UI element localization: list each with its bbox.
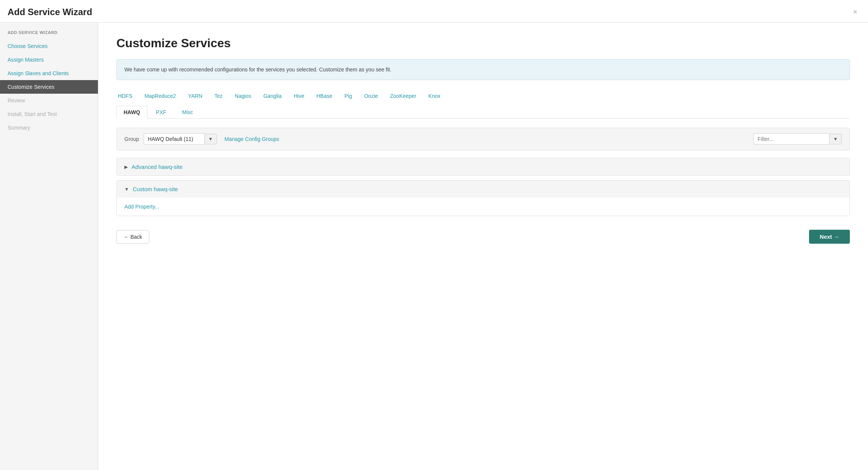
filter-input[interactable] [753,133,829,145]
sub-tab-misc[interactable]: Misc [175,106,200,118]
group-bar: Group HAWQ Default (11) ▼ Manage Config … [116,128,850,150]
add-property-link[interactable]: Add Property... [124,204,159,210]
group-label: Group [124,136,139,142]
sidebar: ADD SERVICE WIZARD Choose Services Assig… [0,23,98,470]
accordion-custom-hawq-site: ▼ Custom hawq-site Add Property... [116,180,850,216]
accordion-expanded-icon: ▼ [124,187,129,192]
tab-hive[interactable]: Hive [292,91,306,101]
tab-hdfs[interactable]: HDFS [116,91,134,101]
accordion-advanced-hawq-site-header[interactable]: ▶ Advanced hawq-site [117,158,849,175]
accordion-collapsed-icon: ▶ [124,164,128,170]
sidebar-item-review: Review [0,94,98,107]
tab-mapreduce2[interactable]: MapReduce2 [143,91,177,101]
main-content: Customize Services We have come up with … [98,23,868,470]
sidebar-item-assign-slaves[interactable]: Assign Slaves and Clients [0,66,98,80]
sidebar-item-summary: Summary [0,121,98,135]
sub-tabs: HAWQ PXF Misc [116,106,850,119]
tab-zookeeper[interactable]: ZooKeeper [389,91,418,101]
tab-hbase[interactable]: HBase [315,91,334,101]
page-header: Add Service Wizard × [0,0,868,23]
close-button[interactable]: × [850,6,860,18]
accordion-custom-hawq-site-header[interactable]: ▼ Custom hawq-site [117,181,849,198]
tab-tez[interactable]: Tez [213,91,224,101]
sidebar-section-label: ADD SERVICE WIZARD [0,30,98,39]
group-select-arrow-icon[interactable]: ▼ [204,134,217,144]
tab-ganglia[interactable]: Ganglia [262,91,283,101]
service-tabs-row: HDFS MapReduce2 YARN Tez Nagios Ganglia … [116,91,850,101]
sidebar-item-assign-masters[interactable]: Assign Masters [0,53,98,66]
sidebar-item-choose-services[interactable]: Choose Services [0,39,98,53]
info-box: We have come up with recommended configu… [116,59,850,80]
accordion-custom-hawq-site-body: Add Property... [117,198,849,216]
filter-wrap: ▼ [753,133,842,145]
footer-bar: ← Back Next → [116,221,850,244]
accordion-custom-hawq-site-title: Custom hawq-site [133,186,178,192]
group-select-wrap: HAWQ Default (11) ▼ [144,133,217,145]
sub-tab-pxf[interactable]: PXF [149,106,174,118]
main-layout: ADD SERVICE WIZARD Choose Services Assig… [0,23,868,470]
manage-config-groups-link[interactable]: Manage Config Groups [225,136,279,142]
tab-pig[interactable]: Pig [343,91,353,101]
accordion-advanced-hawq-site: ▶ Advanced hawq-site [116,158,850,176]
tab-oozie[interactable]: Oozie [363,91,380,101]
sidebar-item-customize-services[interactable]: Customize Services [0,80,98,94]
content-title: Customize Services [116,36,850,50]
page-title: Add Service Wizard [8,7,92,17]
back-button[interactable]: ← Back [116,230,149,244]
tab-nagios[interactable]: Nagios [233,91,253,101]
sidebar-item-install-start-test: Install, Start and Test [0,107,98,121]
sub-tab-hawq[interactable]: HAWQ [116,106,147,119]
filter-dropdown-icon[interactable]: ▼ [829,134,842,144]
next-button[interactable]: Next → [809,230,850,244]
tab-knox[interactable]: Knox [427,91,442,101]
accordion-advanced-hawq-site-title: Advanced hawq-site [132,164,183,170]
group-select[interactable]: HAWQ Default (11) [144,133,204,145]
tab-yarn[interactable]: YARN [186,91,204,101]
